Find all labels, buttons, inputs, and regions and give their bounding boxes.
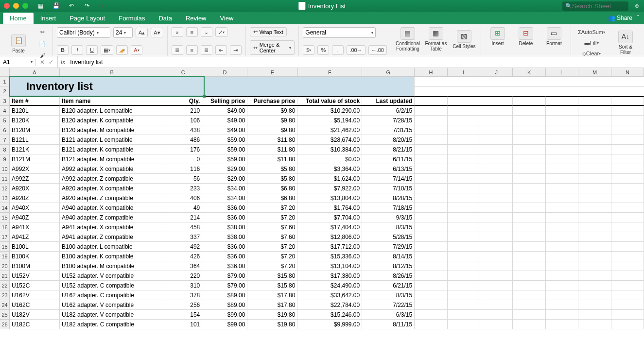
cell-D[interactable]: $49.00 [202,106,247,116]
column-header-C[interactable]: C [164,68,202,77]
cell[interactable] [415,290,447,300]
row-header[interactable]: 24 [0,300,10,310]
row-header[interactable]: 17 [0,232,10,242]
cell[interactable] [611,116,644,125]
cell[interactable] [611,174,644,184]
cell[interactable] [480,222,513,232]
cell[interactable] [448,125,480,135]
column-header-G[interactable]: G [362,68,415,77]
cell[interactable] [480,281,513,290]
tab-page-layout[interactable]: Page Layout [63,13,112,24]
name-box[interactable]: A1▾ [0,59,36,66]
cell-E[interactable]: $7.20 [247,203,297,213]
cell[interactable] [415,145,447,154]
cell-G[interactable]: 6/13/15 [362,164,415,174]
cell[interactable] [513,116,545,125]
column-header-D[interactable]: D [202,68,247,77]
cell-G[interactable]: 8/26/15 [362,271,415,281]
cell[interactable] [480,184,513,193]
cell-A[interactable]: B100L [10,242,60,252]
cell-D[interactable]: $38.00 [202,222,247,232]
cell[interactable] [513,232,545,242]
cell-A[interactable]: A992Z [10,174,60,184]
cell[interactable] [546,116,578,125]
select-all-corner[interactable] [0,68,10,77]
cell[interactable] [448,290,480,300]
cell[interactable] [513,213,545,222]
cell[interactable] [611,320,644,329]
increase-indent-icon[interactable]: ⇥ [230,45,242,55]
cell[interactable] [415,164,447,174]
cell-C[interactable]: 214 [164,213,202,222]
row-header[interactable]: 4 [0,106,10,116]
cell[interactable] [546,222,578,232]
cell[interactable] [513,193,545,203]
cell[interactable] [448,300,480,310]
cell[interactable] [415,213,447,222]
column-header-I[interactable]: I [448,68,480,77]
decrease-font-icon[interactable]: A▾ [151,28,163,37]
cell-A[interactable]: B120K [10,116,60,125]
cell-D[interactable]: $59.00 [202,135,247,145]
tab-review[interactable]: Review [179,13,213,24]
row-header[interactable]: 25 [0,310,10,320]
cell-B[interactable]: B121 adapter. L compatible [60,135,164,145]
undo-icon[interactable]: ↶ [67,1,76,10]
cell-G[interactable]: 5/28/15 [362,232,415,242]
accounting-format-icon[interactable]: $▾ [303,45,314,55]
cell-F[interactable]: $7,704.00 [297,213,362,222]
row-header[interactable]: 23 [0,290,10,300]
row-header[interactable]: 15 [0,213,10,222]
cell-C[interactable]: 154 [164,310,202,320]
italic-button[interactable]: I [71,45,83,55]
comma-format-icon[interactable]: , [332,45,344,55]
cell-E[interactable]: $19.80 [247,310,297,320]
delete-cells-button[interactable]: ⊟Delete [513,27,539,46]
cell-D[interactable]: $34.00 [202,184,247,193]
cell[interactable] [513,125,545,135]
cell[interactable] [611,135,644,145]
cell[interactable] [578,145,611,154]
cell-F[interactable]: $15,246.00 [297,310,362,320]
cell[interactable] [513,290,545,300]
cell[interactable] [415,154,447,164]
cell-D[interactable]: $38.00 [202,232,247,242]
cell[interactable] [448,116,480,125]
cell-F[interactable]: $10,290.00 [297,106,362,116]
cell[interactable] [480,174,513,184]
cell[interactable] [415,106,447,116]
cell[interactable] [415,222,447,232]
cell-C[interactable]: 210 [164,106,202,116]
cell-G[interactable]: 7/14/15 [362,174,415,184]
cell[interactable] [513,261,545,271]
cell[interactable] [480,252,513,261]
cell[interactable] [480,154,513,164]
cell[interactable] [578,281,611,290]
cell-E[interactable]: $7.20 [247,261,297,271]
cell-E[interactable]: $7.60 [247,222,297,232]
cell[interactable] [480,203,513,213]
cell-B[interactable]: U182 adapter. V compatible [60,310,164,320]
cell[interactable] [578,222,611,232]
align-center-icon[interactable]: ≡ [186,45,198,55]
cell[interactable] [611,125,644,135]
cell[interactable] [448,86,480,87]
align-top-icon[interactable]: ⌅ [172,27,183,37]
cell-B[interactable]: U162 adapter. V compatible [60,300,164,310]
cell[interactable] [513,154,545,164]
cell-G[interactable]: 7/29/15 [362,242,415,252]
row-header[interactable]: 20 [0,261,10,271]
cell-E[interactable]: $9.80 [247,125,297,135]
feedback-icon[interactable]: ☺ [634,2,640,9]
row-header[interactable]: 3 [0,96,10,106]
cell-F[interactable]: $1,624.00 [297,174,362,184]
cell[interactable] [448,271,480,281]
cell[interactable] [448,203,480,213]
fill-color-button[interactable]: ◢▾ [116,45,128,55]
cell-D[interactable]: $29.00 [202,164,247,174]
cell-A[interactable]: B121M [10,154,60,164]
clear-button[interactable]: ◇ Clear ▾ [575,49,608,58]
cell-G[interactable]: 8/11/15 [362,320,415,329]
cell-F[interactable]: $0.00 [297,154,362,164]
row-header[interactable]: 9 [0,154,10,164]
